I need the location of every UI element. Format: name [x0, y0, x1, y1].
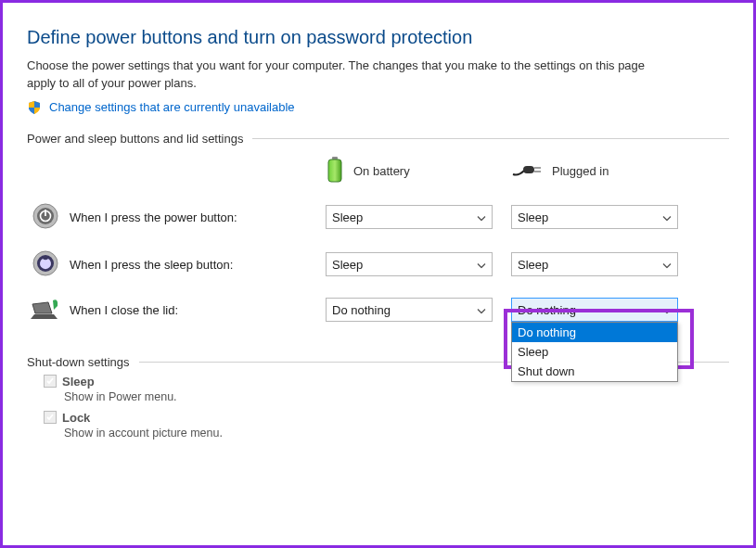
dropdown-option-shut-down[interactable]: Shut down: [512, 362, 677, 381]
lid-label: When I close the lid:: [64, 303, 326, 317]
sleep-checkbox-label: Sleep: [62, 375, 95, 389]
lid-battery-value: Do nothing: [332, 303, 391, 317]
sleep-battery-value: Sleep: [332, 258, 363, 272]
chevron-down-icon: [477, 210, 486, 224]
power-plugged-select[interactable]: Sleep: [511, 205, 678, 229]
chevron-down-icon: [477, 303, 486, 317]
chevron-down-icon: [662, 258, 672, 272]
chevron-down-icon: [662, 210, 672, 224]
svg-rect-1: [328, 159, 341, 182]
power-battery-value: Sleep: [332, 210, 363, 224]
section-power-sleep-header: Power and sleep buttons and lid settings: [27, 132, 243, 146]
sleep-checkbox-desc: Show in Power menu.: [64, 390, 729, 403]
sleep-checkbox[interactable]: [44, 375, 57, 388]
power-battery-select[interactable]: Sleep: [326, 205, 493, 229]
plugged-in-label: Plugged in: [552, 164, 609, 178]
sleep-battery-select[interactable]: Sleep: [326, 252, 493, 276]
on-battery-label: On battery: [353, 164, 410, 178]
chevron-down-icon: [477, 258, 486, 272]
lock-checkbox-desc: Show in account picture menu.: [64, 427, 729, 440]
lock-checkbox[interactable]: [44, 411, 57, 424]
divider: [252, 138, 729, 139]
sleep-plugged-select[interactable]: Sleep: [511, 252, 678, 276]
dropdown-option-sleep[interactable]: Sleep: [512, 342, 677, 362]
chevron-down-icon: [662, 303, 672, 317]
plug-icon: [511, 161, 543, 181]
power-button-icon: [32, 202, 59, 233]
power-plugged-value: Sleep: [518, 210, 548, 224]
sleep-button-label: When I press the sleep button:: [64, 258, 326, 272]
sleep-button-icon: [32, 249, 59, 280]
page-title: Define power buttons and turn on passwor…: [27, 27, 729, 48]
sleep-plugged-value: Sleep: [518, 258, 548, 272]
lid-plugged-dropdown[interactable]: Do nothing Sleep Shut down: [511, 322, 678, 382]
dropdown-option-do-nothing[interactable]: Do nothing: [512, 323, 677, 342]
power-button-label: When I press the power button:: [64, 210, 326, 224]
intro-text: Choose the power settings that you want …: [27, 57, 676, 93]
lid-plugged-select[interactable]: Do nothing: [511, 298, 678, 322]
lid-icon: [30, 297, 61, 324]
svg-rect-2: [523, 166, 534, 173]
section-shutdown-header: Shut-down settings: [27, 355, 130, 369]
battery-icon: [326, 157, 344, 185]
shield-icon: [27, 100, 42, 115]
lock-checkbox-label: Lock: [62, 411, 90, 425]
lid-battery-select[interactable]: Do nothing: [326, 298, 493, 322]
lid-plugged-value: Do nothing: [518, 303, 576, 317]
change-settings-link[interactable]: Change settings that are currently unava…: [49, 100, 295, 114]
